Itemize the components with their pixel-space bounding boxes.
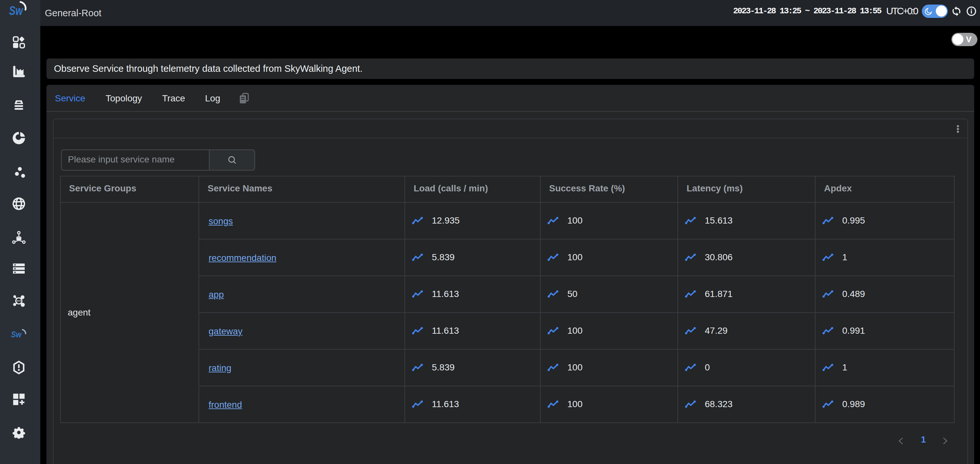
svg-text:Sw: Sw xyxy=(11,330,22,339)
svg-text:Sw: Sw xyxy=(9,3,23,16)
